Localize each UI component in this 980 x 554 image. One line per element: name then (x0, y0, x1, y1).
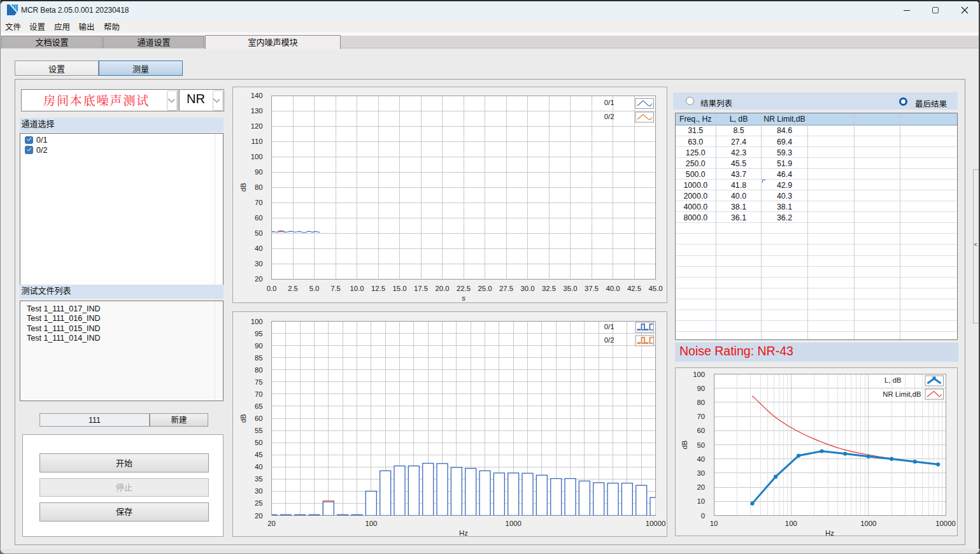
svg-text:125.0: 125.0 (686, 148, 706, 157)
svg-text:20: 20 (697, 483, 705, 491)
svg-text:60: 60 (254, 415, 262, 422)
svg-text:35: 35 (254, 475, 262, 483)
svg-text:100: 100 (785, 519, 797, 527)
svg-text:100: 100 (693, 370, 705, 378)
svg-text:70: 70 (254, 199, 262, 206)
svg-text:100: 100 (250, 153, 262, 160)
svg-text:1000.0: 1000.0 (683, 181, 707, 190)
svg-text:2000.0: 2000.0 (683, 192, 707, 201)
svg-text:60: 60 (254, 214, 262, 222)
svg-text:38.1: 38.1 (731, 202, 746, 211)
svg-text:NR Limit,dB: NR Limit,dB (883, 390, 921, 397)
svg-text:41.8: 41.8 (731, 181, 746, 190)
svg-text:Freq., Hz: Freq., Hz (679, 115, 712, 124)
svg-text:75: 75 (254, 378, 262, 385)
svg-text:27.5: 27.5 (499, 285, 513, 292)
svg-text:1000: 1000 (860, 519, 876, 527)
svg-text:51.9: 51.9 (777, 159, 792, 168)
svg-text:NR Limit,dB: NR Limit,dB (763, 115, 806, 124)
svg-text:65: 65 (254, 402, 262, 409)
svg-text:15.0: 15.0 (392, 285, 406, 292)
svg-text:10000: 10000 (645, 519, 665, 527)
svg-text:42.5: 42.5 (627, 285, 641, 292)
svg-text:120: 120 (250, 122, 262, 130)
svg-text:100: 100 (250, 317, 262, 325)
svg-text:80: 80 (254, 366, 262, 373)
svg-text:45.5: 45.5 (731, 159, 746, 168)
svg-text:L, dB: L, dB (884, 376, 901, 384)
svg-text:31.5: 31.5 (688, 126, 703, 135)
svg-text:Hz: Hz (459, 529, 468, 536)
svg-text:dB: dB (681, 440, 688, 449)
svg-text:20.0: 20.0 (435, 285, 449, 292)
svg-text:30: 30 (254, 487, 262, 495)
svg-text:5.0: 5.0 (309, 285, 319, 292)
svg-text:30: 30 (697, 469, 705, 476)
svg-text:32.5: 32.5 (542, 285, 556, 292)
svg-text:36.2: 36.2 (777, 213, 792, 222)
svg-text:40.0: 40.0 (731, 192, 746, 201)
svg-text:110: 110 (251, 138, 262, 145)
svg-text:38.1: 38.1 (777, 202, 792, 211)
svg-text:140: 140 (250, 92, 262, 99)
svg-text:59.3: 59.3 (777, 148, 792, 157)
svg-text:43.7: 43.7 (731, 170, 746, 179)
svg-text:0/1: 0/1 (604, 323, 614, 330)
svg-text:0.0: 0.0 (266, 285, 276, 292)
svg-text:37.5: 37.5 (585, 285, 599, 292)
svg-text:30.0: 30.0 (520, 285, 534, 292)
svg-text:dB: dB (239, 183, 246, 192)
svg-text:10: 10 (697, 497, 705, 505)
svg-text:40: 40 (254, 245, 262, 252)
svg-text:20: 20 (267, 519, 276, 527)
svg-text:90: 90 (254, 168, 262, 176)
svg-text:2.5: 2.5 (288, 285, 298, 292)
svg-text:50: 50 (697, 441, 705, 448)
svg-text:70: 70 (254, 390, 262, 397)
svg-text:100: 100 (365, 519, 377, 527)
svg-text:45.0: 45.0 (648, 285, 662, 292)
svg-text:36.1: 36.1 (731, 213, 746, 222)
svg-text:130: 130 (250, 107, 262, 115)
svg-text:80: 80 (254, 183, 262, 191)
svg-text:0/2: 0/2 (604, 113, 614, 120)
svg-text:Hz: Hz (825, 529, 834, 537)
svg-text:30: 30 (254, 260, 262, 267)
svg-text:s: s (462, 294, 465, 302)
svg-text:45: 45 (254, 451, 262, 458)
svg-text:42.9: 42.9 (777, 181, 792, 190)
svg-text:70: 70 (697, 413, 705, 420)
svg-text:8000.0: 8000.0 (683, 213, 707, 222)
svg-text:12.5: 12.5 (371, 285, 385, 292)
svg-text:60: 60 (697, 427, 705, 434)
svg-text:500.0: 500.0 (686, 170, 706, 179)
svg-text:10000: 10000 (935, 519, 955, 527)
svg-text:27.4: 27.4 (731, 138, 746, 146)
svg-text:46.4: 46.4 (777, 170, 792, 179)
svg-text:40.3: 40.3 (777, 192, 792, 201)
svg-text:250.0: 250.0 (686, 159, 706, 168)
svg-text:4000.0: 4000.0 (683, 202, 707, 211)
svg-text:17.5: 17.5 (414, 285, 428, 292)
svg-text:20: 20 (254, 511, 262, 519)
svg-text:55: 55 (254, 427, 262, 434)
svg-text:90: 90 (254, 341, 262, 349)
svg-text:50: 50 (254, 439, 262, 446)
svg-text:63.0: 63.0 (688, 138, 703, 146)
svg-text:35.0: 35.0 (563, 285, 577, 292)
svg-text:L, dB: L, dB (730, 115, 748, 124)
svg-text:90: 90 (697, 384, 705, 392)
svg-text:42.3: 42.3 (731, 148, 746, 157)
svg-text:80: 80 (697, 398, 705, 406)
svg-text:0: 0 (701, 511, 705, 519)
svg-text:69.4: 69.4 (777, 138, 792, 146)
svg-text:0/2: 0/2 (604, 336, 614, 344)
svg-text:40.0: 40.0 (606, 285, 620, 292)
svg-text:7.5: 7.5 (330, 285, 341, 292)
svg-text:10.0: 10.0 (350, 285, 364, 292)
svg-text:25: 25 (254, 499, 262, 507)
svg-text:dB: dB (239, 414, 246, 423)
svg-text:84.6: 84.6 (777, 126, 792, 135)
svg-text:1000: 1000 (505, 519, 521, 527)
svg-text:10: 10 (710, 519, 718, 527)
